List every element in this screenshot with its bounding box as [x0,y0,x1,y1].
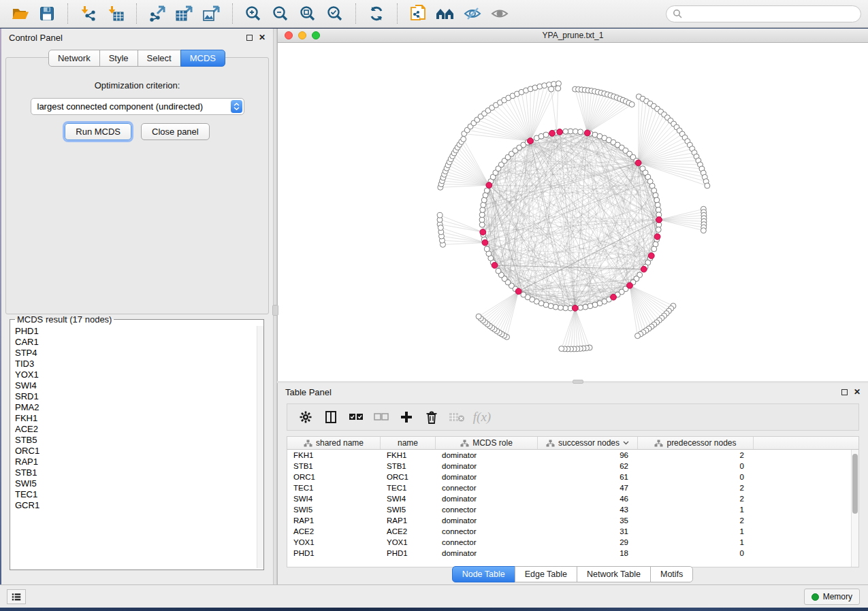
table-row[interactable]: STB1STB1dominator620 [287,461,858,472]
cell-shared_name[interactable]: SWI4 [287,495,381,503]
cell-shared_name[interactable]: TEC1 [287,484,381,492]
cell-predecessor_nodes[interactable]: 0 [638,549,754,557]
graph-node[interactable] [563,129,568,134]
mcds-result-item[interactable]: TEC1 [15,489,263,500]
cell-name[interactable]: PHD1 [381,549,436,557]
deselect-all-button[interactable] [371,407,391,427]
add-column-button[interactable] [396,407,417,427]
graph-node[interactable] [479,212,485,218]
cell-predecessor_nodes[interactable]: 2 [638,484,754,492]
column-header-shared-name[interactable]: shared name [287,437,381,449]
cell-mcds_role[interactable]: dominator [436,462,538,470]
search-input[interactable] [686,8,854,19]
graph-node[interactable] [486,182,492,188]
mcds-result-item[interactable]: PHD1 [15,326,263,337]
tab-mcds[interactable]: MCDS [180,50,225,67]
close-panel-button[interactable]: Close panel [141,123,210,140]
run-mcds-button[interactable]: Run MCDS [65,123,131,140]
cell-predecessor_nodes[interactable]: 0 [638,473,754,481]
column-header-successor-nodes[interactable]: successor nodes [538,437,638,449]
table-row[interactable]: SWI4SWI4dominator462 [287,493,858,504]
graph-node[interactable] [496,268,501,274]
zoom-selected-button[interactable] [322,2,348,25]
cell-name[interactable]: ACE2 [381,527,436,535]
tab-select[interactable]: Select [138,50,181,67]
graph-node[interactable] [528,138,534,144]
zoom-fit-button[interactable] [295,2,321,25]
cell-predecessor_nodes[interactable]: 1 [638,538,754,546]
show-columns-button[interactable] [321,407,341,427]
tab-motifs[interactable]: Motifs [650,566,693,582]
graph-node[interactable] [656,227,661,233]
cell-mcds_role[interactable]: dominator [436,451,538,459]
graph-node[interactable] [521,292,526,297]
save-session-button[interactable] [34,2,60,25]
mcds-result-item[interactable]: CAR1 [15,337,263,348]
open-session-button[interactable] [7,2,33,25]
table-row[interactable]: ACE2ACE2connector311 [287,526,858,537]
cell-shared_name[interactable]: PHD1 [287,549,381,557]
graph-node[interactable] [705,183,710,188]
graph-node[interactable] [588,303,593,309]
cell-name[interactable]: SWI5 [381,506,436,514]
close-panel-icon[interactable]: ✕ [854,389,861,395]
window-close-icon[interactable] [285,31,293,39]
cell-successor_nodes[interactable]: 46 [538,495,638,503]
tab-network[interactable]: Network [48,50,100,67]
cell-shared_name[interactable]: ACE2 [287,527,381,535]
column-header-name[interactable]: name [381,437,436,449]
column-header-predecessor-nodes[interactable]: predecessor nodes [638,437,754,449]
cell-mcds_role[interactable]: connector [436,538,538,546]
graph-node[interactable] [556,86,561,91]
cell-mcds_role[interactable]: dominator [436,473,538,481]
network-canvas[interactable] [278,43,868,381]
mcds-result-item[interactable]: TID3 [15,359,263,369]
tab-network-table[interactable]: Network Table [577,566,651,582]
graph-node[interactable] [480,207,485,212]
cell-shared_name[interactable]: STB1 [287,462,381,470]
cell-name[interactable]: SWI4 [381,495,436,503]
graph-node[interactable] [701,228,706,233]
float-window-icon[interactable] [841,389,848,395]
mcds-result-item[interactable]: STP4 [15,348,263,359]
graph-node[interactable] [578,305,583,310]
cell-successor_nodes[interactable]: 29 [538,538,638,546]
export-image-button[interactable] [199,2,225,25]
graph-node[interactable] [559,346,564,352]
mcds-result-item[interactable]: RAP1 [15,457,263,467]
list-scrollbar[interactable] [257,326,263,568]
export-network-button[interactable] [144,2,170,25]
mcds-result-item[interactable]: GCR1 [15,500,263,511]
divider-grip[interactable] [272,305,278,316]
graph-node[interactable] [648,252,654,259]
graph-node[interactable] [549,130,556,136]
table-row[interactable]: ORC1ORC1dominator610 [287,472,858,482]
mcds-result-item[interactable]: ORC1 [15,446,263,457]
mcds-result-item[interactable]: ACE2 [15,424,263,435]
cell-shared_name[interactable]: SWI5 [287,506,381,514]
scrollbar-thumb[interactable] [852,454,858,514]
mcds-result-item[interactable]: SWI5 [15,478,263,489]
table-settings-button[interactable] [295,407,316,427]
table-row[interactable]: RAP1RAP1dominator352 [287,515,858,526]
cell-predecessor_nodes[interactable]: 2 [638,451,754,459]
delete-table-button[interactable] [447,407,467,427]
network-window-titlebar[interactable]: YPA_prune.txt_1 [278,29,868,43]
close-panel-icon[interactable]: ✕ [259,35,266,41]
graph-node[interactable] [543,132,549,137]
graph-node[interactable] [438,225,443,231]
mcds-result-item[interactable]: SRD1 [15,391,263,402]
window-maximize-icon[interactable] [312,31,320,39]
graph-node[interactable] [484,246,489,252]
graph-node[interactable] [583,304,588,310]
graph-node[interactable] [656,217,662,223]
cell-name[interactable]: FKH1 [381,451,436,459]
network-graph[interactable] [278,43,868,381]
cell-name[interactable]: TEC1 [381,484,436,492]
graph-node[interactable] [557,129,563,135]
graph-node[interactable] [655,202,660,208]
table-row[interactable]: PHD1PHD1dominator180 [287,548,858,559]
tab-style[interactable]: Style [99,50,138,67]
graph-node[interactable] [476,314,481,319]
cell-successor_nodes[interactable]: 62 [538,462,638,470]
